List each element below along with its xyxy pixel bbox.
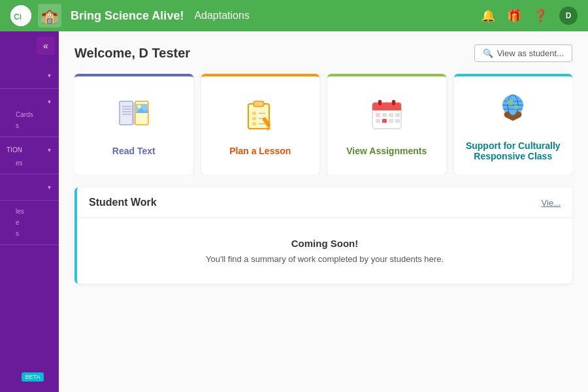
svg-point-43 xyxy=(514,105,519,109)
card-plan-lesson[interactable]: Plan a Lesson xyxy=(201,74,320,174)
welcome-row: Welcome, D Tester 🔍 View as student... xyxy=(74,44,572,62)
sidebar-sub-e[interactable]: e xyxy=(7,217,20,228)
sidebar-section-5: les e s xyxy=(0,201,59,245)
chevron-down-icon-3: ▾ xyxy=(48,146,51,154)
book-icon xyxy=(114,95,154,139)
calendar-icon xyxy=(367,95,406,139)
student-work-header: Student Work Vie... xyxy=(77,188,572,218)
sidebar-section-2: ▾ Cards s xyxy=(0,89,59,137)
sidebar: « ▾ ▾ Cards s TION ▾ es ▾ xyxy=(0,31,59,392)
student-work-body: Coming Soon! You'll find a summary of wo… xyxy=(77,218,572,284)
svg-rect-34 xyxy=(382,119,387,123)
svg-point-42 xyxy=(507,100,514,105)
svg-rect-33 xyxy=(376,119,380,123)
gift-icon[interactable]: 🎁 xyxy=(507,8,521,23)
cards-row: Read Text xyxy=(74,74,572,174)
main-layout: « ▾ ▾ Cards s TION ▾ es ▾ xyxy=(0,31,588,392)
avatar[interactable]: D xyxy=(559,7,578,25)
student-work-section: Student Work Vie... Coming Soon! You'll … xyxy=(74,188,572,284)
svg-rect-29 xyxy=(376,113,380,117)
sidebar-sub-es[interactable]: es xyxy=(7,157,23,169)
card-support-cult-label: Support for Culturally Responsive Class xyxy=(465,140,563,161)
sidebar-item-tion[interactable]: TION ▾ xyxy=(7,142,59,157)
app-title: Bring Science Alive! xyxy=(71,9,184,23)
card-view-assignments-label: View Assignments xyxy=(346,146,427,156)
student-work-title: Student Work xyxy=(89,197,157,208)
chevron-down-icon-2: ▾ xyxy=(48,98,51,105)
globe-icon xyxy=(493,90,532,134)
welcome-message: Welcome, D Tester xyxy=(74,46,190,61)
card-plan-lesson-label: Plan a Lesson xyxy=(229,146,291,156)
svg-rect-14 xyxy=(248,104,269,129)
card-support-cult[interactable]: Support for Culturally Responsive Class xyxy=(454,74,573,174)
chevron-down-icon-4: ▾ xyxy=(48,184,51,191)
sidebar-item-4[interactable]: ▾ xyxy=(7,180,59,195)
sidebar-section-3: TION ▾ es xyxy=(0,137,59,174)
svg-rect-15 xyxy=(253,101,264,106)
svg-rect-18 xyxy=(252,117,256,120)
top-navigation: Ci 🏫 Bring Science Alive! Adaptations 🔔 … xyxy=(0,0,588,31)
svg-rect-16 xyxy=(252,112,256,115)
nav-right-icons: 🔔 🎁 ❓ D xyxy=(481,7,578,25)
sidebar-sub-les[interactable]: les xyxy=(7,206,24,217)
svg-rect-35 xyxy=(389,119,393,123)
sidebar-section-1: ▾ xyxy=(0,63,59,89)
svg-rect-36 xyxy=(395,119,400,123)
search-icon: 🔍 xyxy=(483,48,493,58)
help-icon[interactable]: ❓ xyxy=(533,8,547,23)
view-as-student-button[interactable]: 🔍 View as student... xyxy=(474,44,572,62)
svg-rect-30 xyxy=(382,113,387,117)
svg-rect-26 xyxy=(372,108,401,110)
sidebar-sub-cards[interactable]: Cards xyxy=(7,109,33,120)
card-read-text[interactable]: Read Text xyxy=(74,74,193,174)
svg-rect-31 xyxy=(389,113,393,117)
coming-soon-title: Coming Soon! xyxy=(90,238,559,249)
app-subtitle: Adaptations xyxy=(194,10,250,22)
card-read-text-label: Read Text xyxy=(112,146,155,156)
svg-text:🏫: 🏫 xyxy=(41,7,59,25)
main-content: Welcome, D Tester 🔍 View as student... xyxy=(59,31,588,392)
beta-badge: BETA xyxy=(22,372,44,382)
view-as-student-label: View as student... xyxy=(497,48,564,58)
svg-rect-4 xyxy=(120,101,133,125)
sidebar-sub-s2[interactable]: s xyxy=(7,228,19,239)
sidebar-collapse-button[interactable]: « xyxy=(37,37,55,55)
school-icon: 🏫 xyxy=(38,4,61,27)
svg-rect-20 xyxy=(252,122,256,125)
svg-text:Ci: Ci xyxy=(14,12,22,22)
sidebar-section-4: ▾ xyxy=(0,174,59,201)
card-view-assignments[interactable]: View Assignments xyxy=(327,74,446,174)
sidebar-item-1[interactable]: ▾ xyxy=(7,68,59,83)
svg-rect-28 xyxy=(392,100,395,105)
clipboard-icon xyxy=(240,95,280,139)
coming-soon-desc: You'll find a summary of work completed … xyxy=(90,254,559,264)
app-logo: Ci xyxy=(10,5,31,26)
sidebar-item-2[interactable]: ▾ xyxy=(7,94,59,109)
svg-point-13 xyxy=(137,105,141,108)
student-work-view-link[interactable]: Vie... xyxy=(542,198,561,208)
bell-icon[interactable]: 🔔 xyxy=(481,8,495,23)
svg-rect-32 xyxy=(395,113,400,117)
sidebar-sub-s1[interactable]: s xyxy=(7,120,19,131)
svg-rect-27 xyxy=(378,100,382,105)
chevron-down-icon-1: ▾ xyxy=(48,72,51,79)
